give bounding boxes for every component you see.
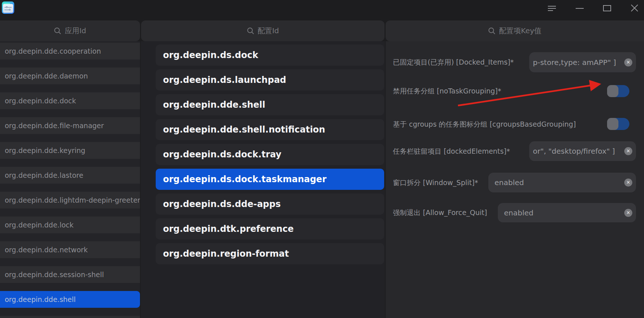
list-item[interactable]: org.deepin.dde.shell.notification [156,119,384,140]
list-item[interactable]: org.deepin.dde.lightdm-deepin-greeter [0,192,140,208]
list-item[interactable]: org.deepin.ds.launchpad [156,69,384,91]
menu-icon[interactable] [547,3,557,13]
app-id-search-placeholder: 应用Id [65,26,86,36]
list-item[interactable]: org.deepin.ds.dock.tray [156,144,384,165]
setting-label: 已固定项目(已弃用) [Docked_Items]* [393,57,514,67]
clear-icon[interactable]: ✕ [624,209,632,217]
toggle-knob [607,85,618,97]
cgroups-grouping-toggle[interactable] [607,118,629,130]
list-item[interactable]: org.deepin.ds.dde-apps [156,194,384,215]
list-item[interactable]: org.deepin.dde.cooperation [0,43,140,60]
docked-elements-input[interactable]: or", "desktop/firefox" ] ✕ [529,141,636,161]
close-icon[interactable] [629,3,640,13]
force-quit-value: enabled [498,208,624,217]
search-icon [488,27,496,35]
window-split-input[interactable]: enabled ✕ [488,173,636,192]
list-item[interactable]: org.deepin.dde.network [0,241,140,258]
list-item[interactable]: org.deepin.dde.lock [0,217,140,233]
key-value-panel: 已固定项目(已弃用) [Docked_Items]* p-store,type:… [386,41,644,318]
list-item-partial[interactable] [0,316,140,318]
app-logo-icon [2,1,14,14]
config-id-list: org.deepin.ds.dock org.deepin.ds.launchp… [141,41,385,318]
force-quit-input[interactable]: enabled ✕ [498,203,636,222]
window-split-value: enabled [488,178,624,187]
list-item[interactable]: org.deepin.region-format [156,243,384,264]
clear-icon[interactable]: ✕ [624,179,632,187]
docked-items-value: p-store,type: amAPP" ] [529,58,624,67]
app-id-list: org.deepin.dde.cooperation org.deepin.dd… [0,41,140,318]
setting-label: 任务栏驻留项目 [dockedElements]* [393,146,510,156]
list-item[interactable]: org.deepin.dde.lastore [0,167,140,184]
search-icon [54,27,61,35]
setting-label: 窗口拆分 [Window_Split]* [393,177,478,188]
list-item[interactable]: org.deepin.ds.dock [156,45,384,66]
key-search-input[interactable]: 配置项Key值 [386,20,644,41]
setting-label: 基于 cgroups 的任务图标分组 [cgroupsBasedGrouping… [393,119,576,129]
maximize-icon[interactable] [602,3,612,13]
no-task-grouping-toggle[interactable] [607,85,629,97]
list-item[interactable]: org.deepin.dde.keyring [0,142,140,159]
clear-icon[interactable]: ✕ [624,147,632,155]
setting-label: 禁用任务分组 [noTaskGrouping]* [393,86,501,96]
clear-icon[interactable]: ✕ [624,58,632,66]
list-item[interactable]: org.deepin.dde.shell [156,94,384,115]
setting-label: 强制退出 [Allow_Force_Quit] [393,207,487,218]
key-search-placeholder: 配置项Key值 [499,26,541,36]
minimize-icon[interactable] [575,3,585,13]
config-id-search-input[interactable]: 配置Id [141,20,384,41]
list-item[interactable]: org.deepin.dtk.preference [156,218,384,240]
list-item[interactable]: org.deepin.dde.file-manager [0,117,140,134]
app-id-search-input[interactable]: 应用Id [0,20,140,41]
toggle-knob [607,118,618,130]
list-item-selected[interactable]: org.deepin.ds.dock.taskmanager [156,169,384,190]
docked-elements-value: or", "desktop/firefox" ] [529,147,624,156]
config-id-search-placeholder: 配置Id [258,26,279,36]
docked-items-input[interactable]: p-store,type: amAPP" ] ✕ [529,52,636,72]
list-item[interactable]: org.deepin.dde.daemon [0,68,140,84]
list-item[interactable]: org.deepin.dde.dock [0,92,140,109]
search-icon [247,27,254,35]
list-item-selected[interactable]: org.deepin.dde.shell [0,291,140,308]
list-item[interactable]: org.deepin.dde.session-shell [0,266,140,283]
titlebar [0,0,644,18]
